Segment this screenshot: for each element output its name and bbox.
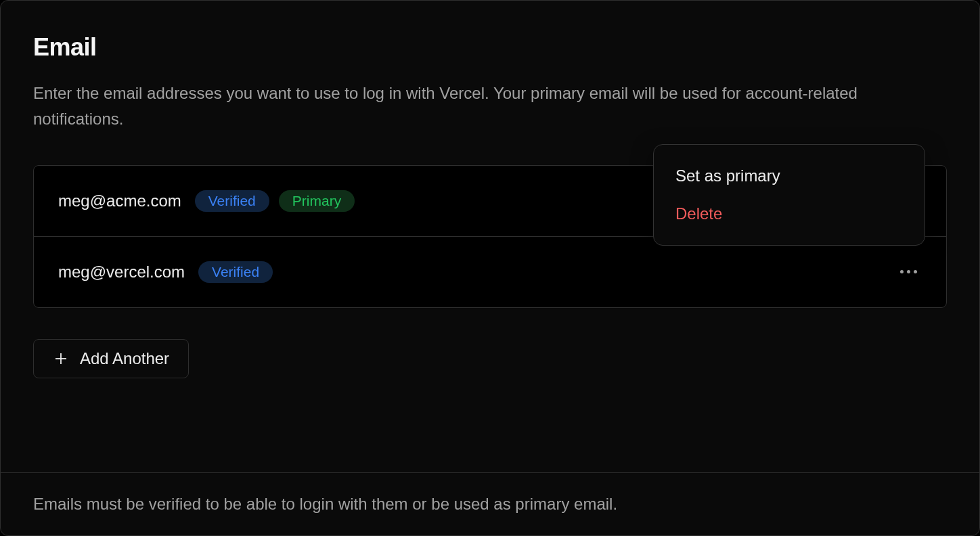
email-address: meg@acme.com xyxy=(58,192,181,210)
verified-badge: Verified xyxy=(198,261,273,283)
primary-badge: Primary xyxy=(279,190,355,212)
menu-item-delete[interactable]: Delete xyxy=(654,195,925,233)
card-footer: Emails must be verified to be able to lo… xyxy=(1,472,979,535)
menu-item-set-primary[interactable]: Set as primary xyxy=(654,157,925,195)
plus-icon xyxy=(53,351,69,367)
add-another-button[interactable]: Add Another xyxy=(33,339,189,378)
section-title: Email xyxy=(33,33,947,62)
verified-badge: Verified xyxy=(195,190,269,212)
email-settings-card: Email Enter the email addresses you want… xyxy=(0,0,980,536)
context-menu: Set as primary Delete xyxy=(653,144,925,246)
more-horizontal-icon xyxy=(900,270,917,273)
section-description: Enter the email addresses you want to us… xyxy=(33,81,947,133)
email-row: meg@vercel.com Verified xyxy=(34,237,946,307)
email-address: meg@vercel.com xyxy=(58,263,185,282)
add-another-label: Add Another xyxy=(80,349,169,368)
more-options-button[interactable] xyxy=(895,259,922,286)
footer-text: Emails must be verified to be able to lo… xyxy=(33,495,947,514)
